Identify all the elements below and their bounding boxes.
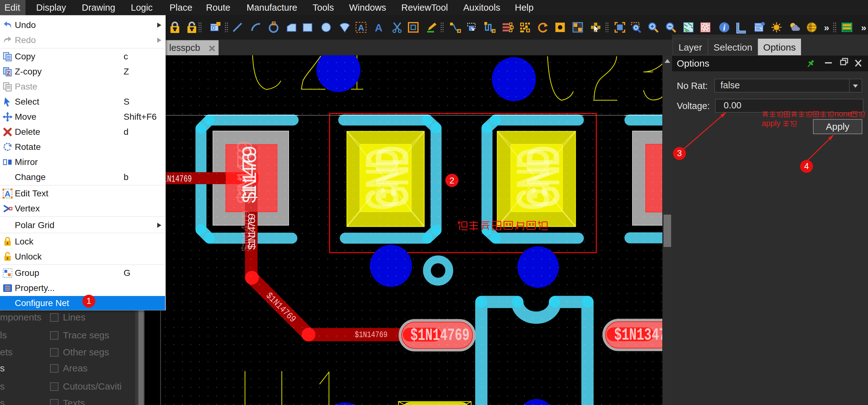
- svg-text:GND: GND: [517, 145, 569, 208]
- svg-text:GND: GND: [366, 145, 418, 208]
- svg-text:1N14769: 1N14769: [163, 174, 192, 184]
- svg-text:$1N14769: $1N14769: [239, 145, 262, 204]
- svg-text:A: A: [358, 23, 364, 33]
- svg-text:2: 2: [450, 176, 455, 185]
- svg-text:$1N14769: $1N14769: [410, 326, 469, 345]
- svg-text:$1N13475: $1N13475: [614, 326, 662, 345]
- svg-text:A: A: [375, 22, 383, 34]
- svg-text:none: none: [834, 109, 852, 118]
- svg-text:$1N14769: $1N14769: [246, 213, 258, 250]
- svg-text:i: i: [723, 23, 725, 32]
- svg-text:apply: apply: [762, 119, 781, 128]
- svg-text:$1N14769: $1N14769: [264, 290, 298, 325]
- svg-text:»: »: [861, 22, 866, 33]
- svg-text:$1N14769: $1N14769: [355, 330, 388, 340]
- svg-text:»: »: [824, 22, 829, 33]
- svg-text:A: A: [5, 189, 11, 199]
- svg-text:Z: Z: [7, 71, 10, 76]
